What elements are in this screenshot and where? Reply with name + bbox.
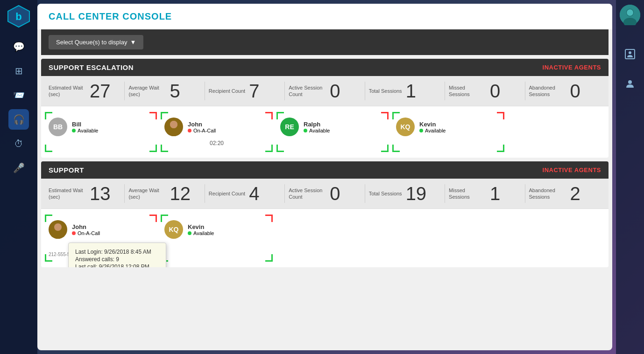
agent-name-ralph: Ralph bbox=[304, 121, 330, 128]
stat-recipient-esc: Recipient Count 7 bbox=[205, 82, 285, 100]
agent-status-ralph: Available bbox=[304, 128, 330, 133]
stat-total-sup: Total Sessions 19 bbox=[365, 184, 445, 203]
svg-point-4 bbox=[170, 121, 177, 128]
agent-info-john-esc: John On-A-Call bbox=[164, 116, 269, 138]
tooltip-last-call: Last call: 9/26/2018 12:08 PM bbox=[75, 264, 159, 267]
stat-total-label-sup: Total Sessions bbox=[369, 190, 402, 197]
agent-details-bill: Bill Available bbox=[72, 121, 98, 133]
stat-abandoned-value-esc: 0 bbox=[570, 82, 580, 100]
agent-tooltip-john-support: Last Login: 9/26/2018 8:45 AM Answered c… bbox=[68, 243, 166, 267]
avatar-initials-bill: BB bbox=[53, 123, 63, 131]
chat-icon[interactable]: 💬 bbox=[8, 36, 29, 57]
stat-active-label-sup: Active Session Count bbox=[289, 187, 326, 201]
queue-select-label: Select Queue(s) to display bbox=[56, 39, 127, 46]
stat-total-label-esc: Total Sessions bbox=[369, 88, 402, 94]
agent-info-kevin-support: KQ Kevin Available bbox=[164, 218, 269, 241]
avatar-ralph: RE bbox=[280, 118, 299, 136]
tooltip-last-login: Last Login: 9/26/2018 8:45 AM bbox=[75, 249, 159, 255]
agent-details-kevin-support: Kevin Available bbox=[188, 223, 214, 236]
stat-avg-wait-sup: Average Wait (sec) 12 bbox=[125, 184, 205, 203]
avatar-initials-kevin-support: KQ bbox=[169, 226, 179, 233]
queue-select-button[interactable]: Select Queue(s) to display ▼ bbox=[49, 35, 143, 49]
stat-abandoned-label-sup: Abandoned Sessions bbox=[529, 187, 566, 201]
status-dot-kevin-esc bbox=[419, 129, 423, 132]
user-avatar-top-right[interactable] bbox=[620, 5, 640, 25]
agent-name-john-esc: John bbox=[188, 121, 216, 128]
agents-row-support: John On-A-Call 02:20 212-555-5555 John S… bbox=[41, 209, 609, 267]
stat-avg-wait-esc: Average Wait (sec) 5 bbox=[125, 82, 205, 100]
contact-icon[interactable] bbox=[620, 44, 640, 64]
agent-card-john-esc[interactable]: John On-A-Call 02:20 bbox=[161, 112, 273, 152]
stat-active-value-esc: 0 bbox=[330, 82, 340, 100]
queue-select-arrow: ▼ bbox=[130, 39, 136, 46]
toolbar: Select Queue(s) to display ▼ bbox=[41, 29, 609, 55]
queue-header-escalation: SUPPORT ESCALATION INACTIVE AGENTS bbox=[41, 59, 609, 76]
status-dot-bill bbox=[72, 129, 76, 132]
stat-estimated-wait-value-sup: 13 bbox=[90, 184, 111, 203]
person-icon[interactable] bbox=[620, 74, 640, 94]
right-panel bbox=[616, 0, 644, 354]
avatar-kevin-esc: KQ bbox=[396, 118, 415, 136]
agent-card-bill[interactable]: BB Bill Available bbox=[45, 112, 157, 152]
stat-avg-wait-value-esc: 5 bbox=[170, 82, 180, 100]
status-text-ralph: Available bbox=[309, 128, 330, 133]
agent-info-john-support: John On-A-Call bbox=[49, 218, 153, 241]
stat-active-value-sup: 0 bbox=[330, 184, 340, 203]
status-text-john-esc: On-A-Call bbox=[193, 128, 216, 133]
agent-card-ralph[interactable]: RE Ralph Available bbox=[276, 112, 389, 152]
status-dot-john-esc bbox=[188, 129, 191, 132]
agent-status-kevin-esc: Available bbox=[419, 128, 446, 133]
status-dot-john-support bbox=[72, 231, 76, 235]
stat-estimated-wait-esc: Estimated Wait (sec) 27 bbox=[45, 82, 125, 100]
agent-details-john-support: John On-A-Call bbox=[72, 223, 100, 236]
inactive-agents-label-escalation: INACTIVE AGENTS bbox=[543, 64, 601, 71]
stat-total-value-esc: 1 bbox=[406, 82, 416, 100]
agent-card-john-support[interactable]: John On-A-Call 02:20 212-555-5555 John S… bbox=[45, 215, 157, 262]
history-icon[interactable]: ⏱ bbox=[8, 133, 29, 154]
agent-name-bill: Bill bbox=[72, 121, 98, 128]
main-content: CALL CENTER CONSOLE Select Queue(s) to d… bbox=[37, 4, 612, 350]
stat-abandoned-value-sup: 2 bbox=[570, 184, 580, 203]
agent-card-kevin-esc[interactable]: KQ Kevin Available bbox=[392, 112, 504, 152]
stat-total-esc: Total Sessions 1 bbox=[365, 82, 445, 100]
stat-avg-wait-value-sup: 12 bbox=[170, 184, 191, 203]
agent-info-bill: BB Bill Available bbox=[49, 116, 153, 138]
agent-card-kevin-support[interactable]: KQ Kevin Available bbox=[161, 215, 273, 262]
mic-icon[interactable]: 🎤 bbox=[8, 158, 29, 178]
agent-name-john-support: John bbox=[72, 223, 100, 230]
page-header: CALL CENTER CONSOLE bbox=[37, 4, 612, 29]
agent-details-kevin-esc: Kevin Available bbox=[419, 121, 446, 133]
avatar-bill: BB bbox=[49, 118, 67, 136]
stat-recipient-label-esc: Recipient Count bbox=[209, 88, 245, 94]
stat-active-label-esc: Active Session Count bbox=[289, 84, 326, 98]
agent-name-kevin-support: Kevin bbox=[188, 223, 214, 230]
stat-active-sup: Active Session Count 0 bbox=[285, 184, 365, 203]
avatar-john-support bbox=[49, 220, 67, 239]
voicemail-icon[interactable]: 📨 bbox=[8, 85, 29, 105]
status-text-kevin-esc: Available bbox=[425, 128, 446, 133]
stats-row-escalation: Estimated Wait (sec) 27 Average Wait (se… bbox=[41, 76, 609, 106]
stat-missed-value-sup: 1 bbox=[490, 184, 500, 203]
app-logo[interactable]: b bbox=[7, 5, 30, 28]
stat-total-value-sup: 19 bbox=[406, 184, 427, 203]
agent-details-ralph: Ralph Available bbox=[304, 121, 330, 133]
grid-icon[interactable]: ⊞ bbox=[8, 61, 29, 81]
stat-recipient-label-sup: Recipient Count bbox=[209, 190, 245, 197]
stat-abandoned-sup: Abandoned Sessions 2 bbox=[525, 184, 605, 203]
stat-abandoned-esc: Abandoned Sessions 0 bbox=[525, 82, 605, 100]
status-text-bill: Available bbox=[78, 128, 98, 133]
svg-point-3 bbox=[167, 129, 180, 136]
stats-row-support: Estimated Wait (sec) 13 Average Wait (se… bbox=[41, 179, 609, 209]
agent-name-kevin-esc: Kevin bbox=[419, 121, 446, 128]
headset-icon[interactable]: 🎧 bbox=[8, 109, 29, 130]
status-text-kevin-support: Available bbox=[193, 230, 214, 236]
stat-missed-value-esc: 0 bbox=[490, 82, 500, 100]
svg-point-10 bbox=[627, 9, 633, 16]
status-text-john-support: On-A-Call bbox=[78, 230, 100, 236]
stat-estimated-wait-label-sup: Estimated Wait (sec) bbox=[49, 187, 86, 201]
stat-estimated-wait-label-esc: Estimated Wait (sec) bbox=[49, 84, 86, 98]
avatar-kevin-support: KQ bbox=[164, 220, 183, 239]
agent-details-john-esc: John On-A-Call bbox=[188, 121, 216, 133]
stat-avg-wait-label-esc: Average Wait (sec) bbox=[128, 84, 166, 98]
call-timer-john-esc: 02:20 bbox=[164, 138, 269, 148]
